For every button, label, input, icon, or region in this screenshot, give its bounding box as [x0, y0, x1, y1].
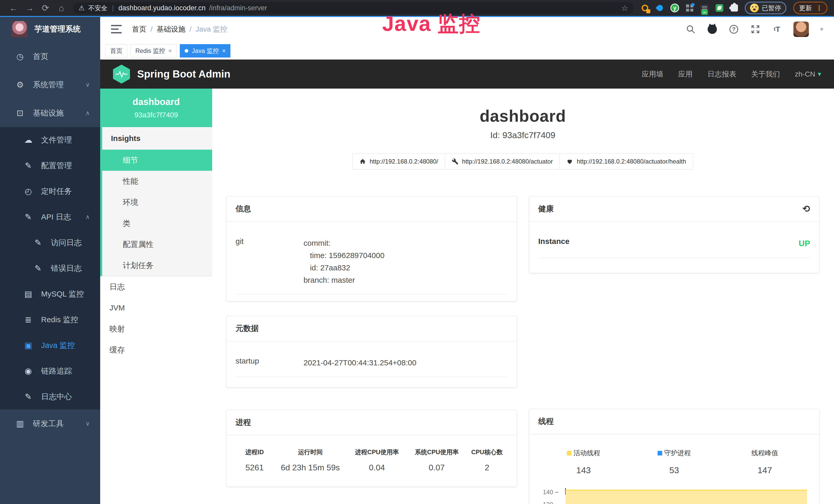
- extension-y-icon[interactable]: y: [671, 4, 679, 12]
- breadcrumb: 首页 / 基础设施 / Java 监控: [132, 24, 227, 34]
- sidebar-item-files[interactable]: ☁ 文件管理: [0, 127, 100, 153]
- sidebar-item-mysql[interactable]: ▤ MySQL 监控: [0, 281, 100, 307]
- layers-icon: ≣: [23, 315, 34, 324]
- peak-threads-value: 147: [720, 465, 810, 475]
- security-warning-icon[interactable]: ⚠: [79, 4, 85, 12]
- sba-menu-caches[interactable]: 缓存: [100, 339, 212, 361]
- infra-submenu: ☁ 文件管理 ✎ 配置管理 ◴ 定时任务 ✎ API 日志 ∧ ✎: [0, 127, 100, 410]
- sba-nav-wallboard[interactable]: 应用墙: [642, 69, 663, 79]
- forward-icon[interactable]: →: [23, 3, 37, 13]
- extension-grid-icon[interactable]: [685, 4, 694, 12]
- sba-language-select[interactable]: zh-CN ▾: [795, 70, 821, 78]
- threads-chart: 140 120 100: [539, 486, 810, 504]
- threads-plot-area: [565, 486, 807, 504]
- sidebar-item-system[interactable]: ⚙ 系统管理 ∨: [0, 71, 100, 99]
- timer-icon: ◴: [23, 186, 34, 196]
- sidebar-item-infra[interactable]: ⊡ 基础设施 ∧: [0, 99, 100, 127]
- extension-leaf-icon[interactable]: [715, 4, 724, 12]
- sba-header: Spring Boot Admin 应用墙 应用 日志报表 关于我们 zh-CN…: [100, 60, 834, 89]
- address-bar[interactable]: ⚠ 不安全 | dashboard.yudao.iocoder.cn /infr…: [73, 2, 634, 14]
- fullscreen-icon[interactable]: [750, 24, 761, 35]
- search-icon[interactable]: [685, 24, 696, 35]
- sba-nav-applications[interactable]: 应用: [678, 69, 693, 79]
- actuator-url-button[interactable]: http://192.168.0.2:48080/actuator: [445, 154, 560, 169]
- extension-pin-icon[interactable]: [656, 4, 664, 12]
- sidebar-item-home[interactable]: ◷ 首页: [0, 42, 100, 71]
- user-avatar[interactable]: [793, 22, 809, 37]
- sidebar-item-redis[interactable]: ≣ Redis 监控: [0, 307, 100, 333]
- sidebar-item-access-log[interactable]: ✎ 访问日志: [0, 230, 100, 255]
- back-icon[interactable]: ←: [7, 3, 21, 13]
- sba-menu-environment[interactable]: 环境: [102, 192, 212, 213]
- legend-swatch-blue: [658, 451, 662, 456]
- extension-orange-icon[interactable]: [641, 4, 649, 12]
- bookmark-star-icon[interactable]: ☆: [621, 4, 628, 13]
- github-icon[interactable]: [707, 24, 717, 35]
- instance-id: Id: 93a3fc7f7409: [226, 130, 820, 140]
- extension-adblock-icon[interactable]: on: [700, 4, 709, 12]
- update-label: 更新: [799, 4, 812, 12]
- health-url-button[interactable]: http://192.168.0.2:48080/actuator/health: [559, 154, 693, 169]
- sba-menu-details[interactable]: 细节: [102, 150, 212, 171]
- sba-brand-title[interactable]: Spring Boot Admin: [137, 68, 231, 80]
- tab-redis-monitor[interactable]: Redis 监控 ×: [130, 44, 177, 58]
- app-logo-row[interactable]: 芋道管理系统: [0, 16, 100, 42]
- sba-menu-classes[interactable]: 类: [102, 213, 212, 234]
- monitor-icon: ⊡: [14, 108, 26, 118]
- user-menu-caret-icon[interactable]: ▾: [820, 26, 823, 33]
- close-icon[interactable]: ×: [222, 47, 225, 54]
- sba-menu-mappings[interactable]: 映射: [100, 318, 212, 339]
- log-icon: ✎: [23, 392, 34, 402]
- sba-nav: 应用墙 应用 日志报表 关于我们 zh-CN ▾: [642, 69, 821, 79]
- sidebar-item-config[interactable]: ✎ 配置管理: [0, 153, 100, 179]
- tags-view: 首页 Redis 监控 × Java 监控 ×: [100, 42, 834, 60]
- log-icon: ✎: [32, 264, 44, 273]
- breadcrumb-current: Java 监控: [196, 24, 227, 34]
- sba-nav-about[interactable]: 关于我们: [751, 69, 780, 79]
- info-git-row: git commit: time: 1596289704000 id: 27aa…: [236, 230, 507, 294]
- health-card-title: 健康: [539, 204, 554, 214]
- tab-java-monitor[interactable]: Java 监控 ×: [180, 44, 231, 58]
- extensions-puzzle-icon[interactable]: [730, 4, 739, 12]
- sidebar-item-log-center[interactable]: ✎ 日志中心: [0, 384, 100, 410]
- font-size-icon[interactable]: tT: [772, 24, 782, 35]
- instance-title: dashboard: [226, 107, 820, 125]
- sba-instance-header[interactable]: dashboard 93a3fc7f7409: [100, 89, 212, 127]
- live-threads-area-series: [566, 489, 807, 504]
- sidebar-item-java-monitor[interactable]: ▣ Java 监控: [0, 333, 100, 358]
- sba-menu-configprops[interactable]: 配置属性: [102, 234, 212, 255]
- sidebar-item-error-log[interactable]: ✎ 错误日志: [0, 255, 100, 281]
- sba-menu-metrics[interactable]: 性能: [102, 171, 212, 192]
- service-url-button[interactable]: http://192.168.0.2:48080/: [352, 154, 445, 169]
- app-logo: [11, 21, 28, 38]
- sidebar-item-dev-tools[interactable]: ▥ 研发工具 ∨: [0, 410, 100, 438]
- sba-logo[interactable]: [113, 65, 130, 84]
- home-icon[interactable]: ⌂: [54, 3, 68, 13]
- profile-paused-badge[interactable]: 已暂停: [745, 2, 786, 14]
- sba-nav-journal[interactable]: 日志报表: [708, 69, 737, 79]
- sidebar-item-cron[interactable]: ◴ 定时任务: [0, 179, 100, 204]
- process-cpu: 0.04: [347, 463, 407, 473]
- cpu-cores: 2: [467, 463, 507, 473]
- spring-boot-admin-frame: Spring Boot Admin 应用墙 应用 日志报表 关于我们 zh-CN…: [100, 60, 834, 504]
- close-icon[interactable]: ×: [168, 47, 172, 54]
- url-host[interactable]: dashboard.yudao.iocoder.cn: [118, 4, 205, 12]
- security-label[interactable]: 不安全: [88, 4, 107, 12]
- breadcrumb-infra[interactable]: 基础设施: [157, 24, 185, 34]
- instance-links: http://192.168.0.2:48080/ http://192.168…: [226, 154, 820, 169]
- sba-menu-logfile[interactable]: 日志: [100, 276, 212, 297]
- browser-menu-icon[interactable]: ⋮: [815, 4, 823, 12]
- sidebar-item-tracing[interactable]: ◉ 链路追踪: [0, 358, 100, 384]
- tab-home[interactable]: 首页: [105, 44, 127, 58]
- help-icon[interactable]: ?: [729, 24, 739, 35]
- browser-update-button[interactable]: 更新 ⋮: [793, 2, 827, 14]
- sba-menu-scheduledtasks[interactable]: 计划任务: [102, 255, 212, 276]
- reload-icon[interactable]: ⟳: [39, 3, 52, 13]
- metadata-startup-row: startup 2021-04-27T00:44:31.254+08:00: [236, 350, 507, 377]
- history-icon[interactable]: ⟲: [803, 204, 810, 214]
- sidebar-item-api-log[interactable]: ✎ API 日志 ∧: [0, 204, 100, 230]
- hamburger-icon[interactable]: [111, 25, 122, 33]
- sba-menu-jvm[interactable]: JVM: [100, 297, 212, 318]
- health-instance-row[interactable]: Instance UP: [539, 230, 810, 258]
- breadcrumb-home[interactable]: 首页: [132, 24, 147, 34]
